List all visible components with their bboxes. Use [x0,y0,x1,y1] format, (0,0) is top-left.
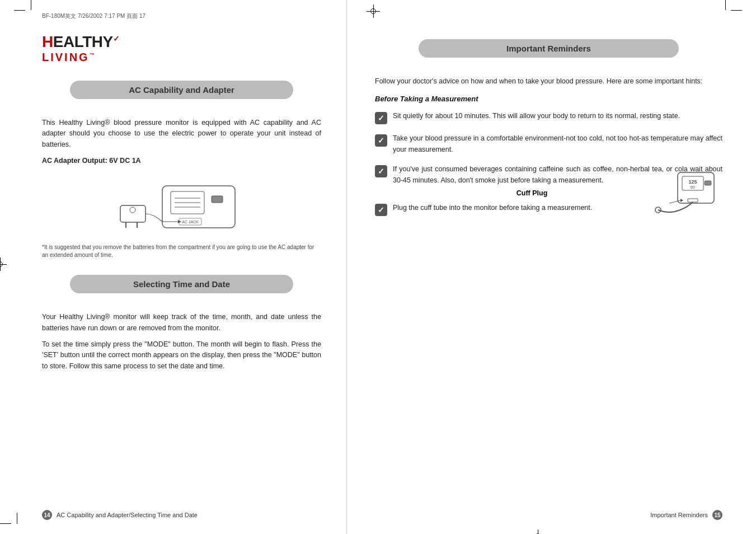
left-page-label: AC Capability and Adapter/Selecting Time… [57,512,198,518]
svg-rect-10 [120,205,145,222]
checkmark-3: ✓ [375,165,387,177]
right-page-label: Important Reminders [650,512,708,518]
reminder-item-2: ✓ Take your blood pressure in a comforta… [375,133,722,155]
right-page: Important Reminders Follow your doctor's… [347,0,756,534]
adapter-svg: AC JACK [112,175,252,236]
svg-text:AC JACK: AC JACK [182,220,199,224]
cuff-plug-label: Cuff Plug [375,189,689,197]
logo-area: HEALTHY✓ LIVING™ [42,34,321,64]
cuff-svg: 125 80 [650,170,717,226]
footnote-text: *It is suggested that you remove the bat… [42,243,321,259]
ac-section-header: AC Capability and Adapter [70,81,293,99]
reminders-header: Important Reminders [419,39,679,58]
cuff-plug-label-area: Cuff Plug [375,189,689,197]
right-page-number: 15 [712,510,722,520]
logo-tm: ™ [90,52,96,58]
checkmark-1: ✓ [375,112,387,124]
svg-rect-18 [705,181,711,185]
before-taking-title: Before Taking a Measurement [375,95,722,103]
svg-text:80: 80 [691,185,695,189]
reminder-item-1: ✓ Sit quietly for about 10 minutes. This… [375,111,722,124]
ac-body-text-1: This Healthy Living® blood pressure moni… [42,118,321,150]
reminder-text-1: Sit quietly for about 10 minutes. This w… [393,111,722,121]
svg-rect-5 [212,196,223,203]
checkmark-4: ✓ [375,204,387,216]
left-page-footer: 14 AC Capability and Adapter/Selecting T… [42,510,346,520]
svg-marker-21 [680,199,683,202]
logo-h-letter: H [42,33,53,50]
reminder-text-2: Take your blood pressure in a comfortabl… [393,133,722,155]
left-page: HEALTHY✓ LIVING™ AC Capability and Adapt… [0,0,347,534]
svg-marker-9 [178,220,181,223]
left-page-number: 14 [42,510,52,520]
right-page-footer: Important Reminders 15 [650,510,722,520]
svg-rect-19 [688,199,698,202]
reminders-header-wrapper: Important Reminders [375,34,722,68]
time-body-text-1: Your Healthy Living® monitor will keep t… [42,312,321,334]
logo-living: LIVING™ [42,51,321,64]
reminder-item-3: ✓ If you've just consumed beverages cont… [375,164,722,186]
logo-healthy: HEALTHY✓ [42,34,321,51]
ac-section-header-wrapper: AC Capability and Adapter [42,75,321,109]
checkmark-logo: ✓ [113,34,120,43]
time-section-header: Selecting Time and Date [70,275,293,293]
svg-text:125: 125 [688,179,697,185]
page-container: BF-180M英文 7/26/2002 7:17 PM 頁面 17 HEALTH… [0,0,756,534]
time-body-text-2: To set the time simply press the "MODE" … [42,339,321,372]
ac-adapter-output: AC Adapter Output: 6V DC 1A [42,156,321,166]
checkmark-2: ✓ [375,134,387,147]
cuff-plug-image: 125 80 [650,170,717,227]
adapter-diagram: AC JACK [42,175,321,238]
time-section-header-wrapper: Selecting Time and Date [42,269,321,303]
reminders-intro: Follow your doctor's advice on how and w… [375,76,722,87]
svg-point-13 [130,207,135,213]
